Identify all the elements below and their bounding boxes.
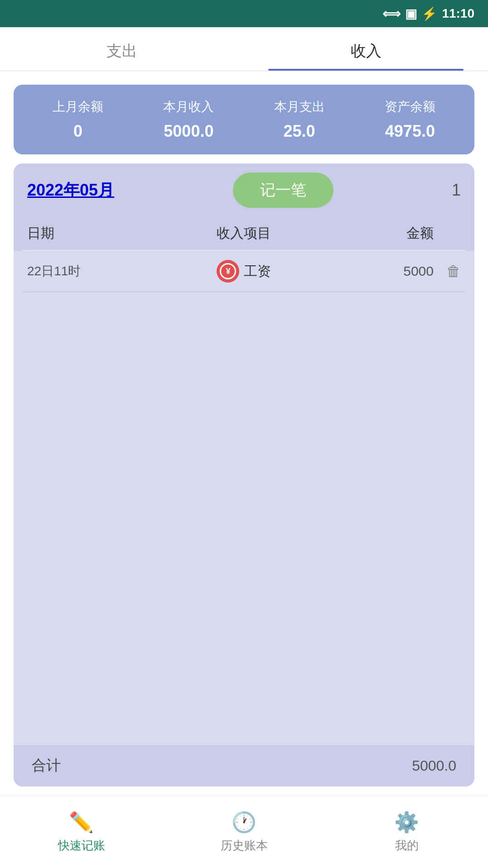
- delete-record-button[interactable]: 🗑: [434, 263, 461, 280]
- tab-bar: 支出 收入: [0, 27, 488, 71]
- nav-mine-label: 我的: [395, 838, 419, 854]
- row-category-col: ¥ 工资: [163, 260, 325, 283]
- expense-value: 25.0: [244, 122, 355, 141]
- col-header-amount: 金额: [325, 224, 434, 243]
- gear-icon: ⚙️: [394, 810, 419, 834]
- connectivity-icon: ⟺: [382, 6, 401, 21]
- row-date: 22日11时: [27, 263, 163, 280]
- clock-icon: 🕐: [232, 810, 256, 834]
- status-icons: ⟺ ▣ ⚡ 11:10: [382, 6, 474, 21]
- nav-history-label: 历史账本: [221, 838, 268, 854]
- col-header-category: 收入项目: [163, 224, 325, 243]
- signal-icon: ▣: [405, 6, 417, 21]
- summary-item-income: 本月收入 5000.0: [133, 98, 244, 141]
- footer-label: 合计: [32, 756, 61, 776]
- asset-label: 资产余额: [355, 98, 465, 115]
- footer-value: 5000.0: [412, 758, 456, 774]
- income-label: 本月收入: [133, 98, 244, 115]
- summary-card: 上月余额 0 本月收入 5000.0 本月支出 25.0 资产余额 4975.0: [14, 85, 474, 154]
- row-amount: 5000: [325, 264, 434, 279]
- status-bar: ⟺ ▣ ⚡ 11:10: [0, 0, 488, 27]
- nav-mine[interactable]: ⚙️ 我的: [325, 796, 488, 868]
- tab-expense[interactable]: 支出: [0, 27, 244, 71]
- main-card: 2022年05月 记一笔 1 日期 收入项目 金额 22日11时 ¥ 工资 50…: [14, 163, 474, 786]
- summary-row: 上月余额 0 本月收入 5000.0 本月支出 25.0 资产余额 4975.0: [23, 98, 465, 141]
- nav-history[interactable]: 🕐 历史账本: [163, 796, 325, 868]
- clock: 11:10: [442, 6, 474, 21]
- tab-income[interactable]: 收入: [244, 27, 488, 71]
- nav-quick-label: 快速记账: [58, 838, 105, 854]
- col-header-date: 日期: [27, 224, 163, 243]
- table-body: 22日11时 ¥ 工资 5000 🗑: [14, 251, 474, 744]
- expense-label: 本月支出: [244, 98, 355, 115]
- battery-icon: ⚡: [421, 6, 437, 21]
- table-row: 22日11时 ¥ 工资 5000 🗑: [14, 251, 474, 292]
- nav-quick-account[interactable]: ✏️ 快速记账: [0, 796, 163, 868]
- table-header: 日期 收入项目 金额: [14, 217, 474, 250]
- asset-value: 4975.0: [355, 122, 465, 141]
- summary-item-asset: 资产余额 4975.0: [355, 98, 465, 141]
- row-icon: ¥: [217, 260, 239, 283]
- record-count: 1: [452, 181, 461, 200]
- summary-item-prev-balance: 上月余额 0: [23, 98, 133, 141]
- month-label[interactable]: 2022年05月: [27, 179, 114, 201]
- trash-icon: 🗑: [446, 263, 461, 280]
- row-category: 工资: [244, 262, 271, 281]
- prev-balance-value: 0: [23, 122, 133, 141]
- bottom-nav: ✏️ 快速记账 🕐 历史账本 ⚙️ 我的: [0, 796, 488, 868]
- income-value: 5000.0: [133, 122, 244, 141]
- prev-balance-label: 上月余额: [23, 98, 133, 115]
- row-divider: [23, 292, 465, 292]
- pencil-icon: ✏️: [69, 810, 94, 834]
- card-header: 2022年05月 记一笔 1: [14, 163, 474, 217]
- card-footer: 合计 5000.0: [14, 744, 474, 786]
- add-record-button[interactable]: 记一笔: [233, 173, 333, 208]
- summary-item-expense: 本月支出 25.0: [244, 98, 355, 141]
- yuan-icon: ¥: [220, 263, 236, 279]
